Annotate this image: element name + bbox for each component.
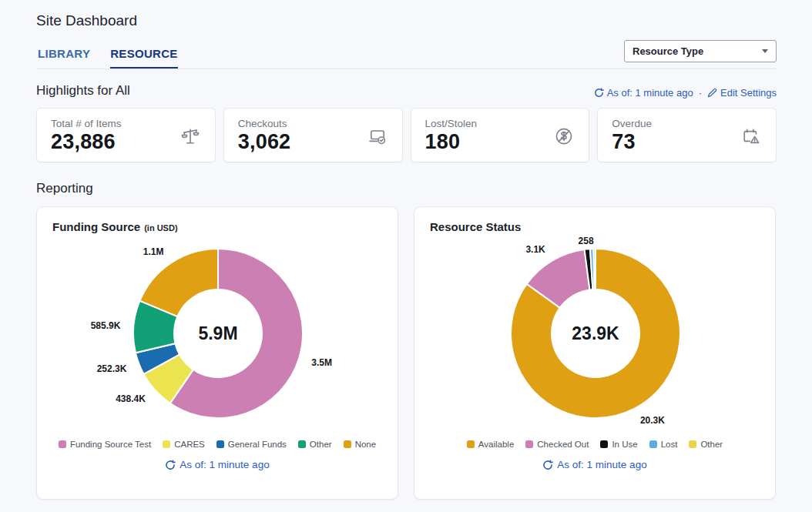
slice-label-cares: 438.4K xyxy=(116,393,146,404)
funding-source-legend: Funding Source TestCARESGeneral FundsOth… xyxy=(52,440,382,449)
slice-label-checked-out: 3.1K xyxy=(525,244,545,255)
device-check-icon xyxy=(367,125,388,147)
chart-refresh-link[interactable]: As of: 1 minute ago xyxy=(52,459,382,470)
legend-swatch xyxy=(467,440,475,448)
highlights-heading: Highlights for All xyxy=(36,83,130,99)
chart-title: Funding Source xyxy=(52,220,140,233)
legend-swatch xyxy=(344,440,351,448)
stat-label: Checkouts xyxy=(238,118,291,129)
chart-refresh-link[interactable]: As of: 1 minute ago xyxy=(430,459,760,470)
stat-value: 3,062 xyxy=(238,130,291,154)
legend-item-in-use[interactable]: In Use xyxy=(600,440,637,449)
legend-label: Available xyxy=(478,440,514,449)
funding-source-donut: 5.9M3.5M438.4K252.3K585.9K1.1M xyxy=(52,235,384,437)
stat-card-checkouts: Checkouts 3,062 xyxy=(223,108,403,162)
legend-swatch xyxy=(689,440,696,448)
legend-swatch xyxy=(600,440,608,448)
dollar-slash-icon xyxy=(553,125,575,147)
stat-value: 23,886 xyxy=(51,130,122,154)
resource-type-dropdown[interactable]: Resource Type xyxy=(624,40,777,62)
stat-card-overdue: Overdue 73 xyxy=(597,108,777,162)
asof-text: As of: 1 minute ago xyxy=(557,459,646,470)
refresh-asof-link[interactable]: As of: 1 minute ago xyxy=(594,87,693,99)
scale-icon xyxy=(180,125,201,147)
legend-item-checked-out[interactable]: Checked Out xyxy=(525,440,589,449)
legend-label: General Funds xyxy=(228,440,287,449)
legend-item-funding-source-test[interactable]: Funding Source Test xyxy=(59,440,151,449)
tab-library[interactable]: LIBRARY xyxy=(38,47,90,69)
edit-settings-text: Edit Settings xyxy=(720,87,777,99)
donut-center-total: 23.9K xyxy=(572,323,619,343)
legend-label: Lost xyxy=(661,440,678,449)
legend-swatch xyxy=(525,440,533,448)
stat-cards-row: Total # of Items 23,886 Checkouts 3,062 xyxy=(36,108,777,162)
stat-label: Total # of Items xyxy=(51,118,122,129)
highlights-header: Highlights for All As of: 1 minute ago ·… xyxy=(36,83,777,99)
charts-row: Funding Source (in USD) 5.9M3.5M438.4K25… xyxy=(36,206,777,500)
chart-title: Resource Status xyxy=(430,220,521,233)
legend-label: CARES xyxy=(174,440,205,449)
tab-bar: LIBRARY RESOURCE Resource Type xyxy=(36,40,777,69)
slice-label-other: 585.9K xyxy=(91,320,121,331)
legend-item-lost[interactable]: Lost xyxy=(649,440,678,449)
legend-item-cares[interactable]: CARES xyxy=(163,440,205,449)
asof-text: As of: 1 minute ago xyxy=(180,459,269,470)
legend-item-available[interactable]: Available xyxy=(467,440,514,449)
stat-value: 180 xyxy=(425,130,478,154)
resource-status-card: Resource Status 23.9K20.3K3.1K258 Availa… xyxy=(414,206,776,500)
resource-type-dropdown-value: Resource Type xyxy=(632,45,703,57)
stat-card-lost-stolen: Lost/Stolen 180 xyxy=(411,108,590,162)
legend-label: Other xyxy=(700,440,723,449)
resource-status-legend: AvailableChecked OutIn UseLostOther xyxy=(430,440,760,449)
slice-label-none: 1.1M xyxy=(143,246,164,257)
resource-status-donut: 23.9K20.3K3.1K258 xyxy=(430,235,761,437)
legend-swatch xyxy=(649,440,657,448)
legend-label: Checked Out xyxy=(537,440,589,449)
stat-label: Lost/Stolen xyxy=(425,118,478,129)
legend-item-general-funds[interactable]: General Funds xyxy=(216,440,287,449)
refresh-icon xyxy=(542,460,553,470)
legend-label: Other xyxy=(310,440,332,449)
stat-card-total-items: Total # of Items 23,886 xyxy=(36,108,216,162)
dashboard-page: Site Dashboard LIBRARY RESOURCE Resource… xyxy=(0,0,812,512)
slice-label-available: 20.3K xyxy=(640,415,665,426)
donut-center-total: 5.9M xyxy=(198,323,237,343)
legend-swatch xyxy=(298,440,306,448)
slice-label-general-funds: 252.3K xyxy=(97,363,127,374)
legend-swatch xyxy=(59,440,66,448)
stat-label: Overdue xyxy=(612,118,652,129)
funding-source-card: Funding Source (in USD) 5.9M3.5M438.4K25… xyxy=(36,206,398,500)
page-title: Site Dashboard xyxy=(36,12,777,29)
chevron-down-icon xyxy=(762,49,768,53)
legend-label: In Use xyxy=(612,440,637,449)
chart-subtitle: (in USD) xyxy=(144,223,177,233)
calendar-warning-icon xyxy=(740,125,762,147)
legend-swatch xyxy=(163,440,170,448)
legend-label: None xyxy=(355,440,377,449)
refresh-icon xyxy=(594,88,604,98)
dot-separator: · xyxy=(699,87,702,99)
edit-settings-link[interactable]: Edit Settings xyxy=(707,87,777,99)
stat-value: 73 xyxy=(612,130,652,154)
legend-item-other[interactable]: Other xyxy=(689,440,723,449)
asof-text: As of: 1 minute ago xyxy=(607,87,693,99)
legend-swatch xyxy=(216,440,224,448)
slice-label-funding-source-test: 3.5M xyxy=(311,357,332,368)
slice-label-in-use: 258 xyxy=(579,236,594,246)
refresh-icon xyxy=(165,460,176,470)
legend-item-none[interactable]: None xyxy=(344,440,377,449)
legend-item-other[interactable]: Other xyxy=(298,440,332,449)
pencil-icon xyxy=(707,88,717,98)
reporting-heading: Reporting xyxy=(36,181,777,196)
tab-resource[interactable]: RESOURCE xyxy=(110,47,177,69)
legend-label: Funding Source Test xyxy=(70,440,151,449)
